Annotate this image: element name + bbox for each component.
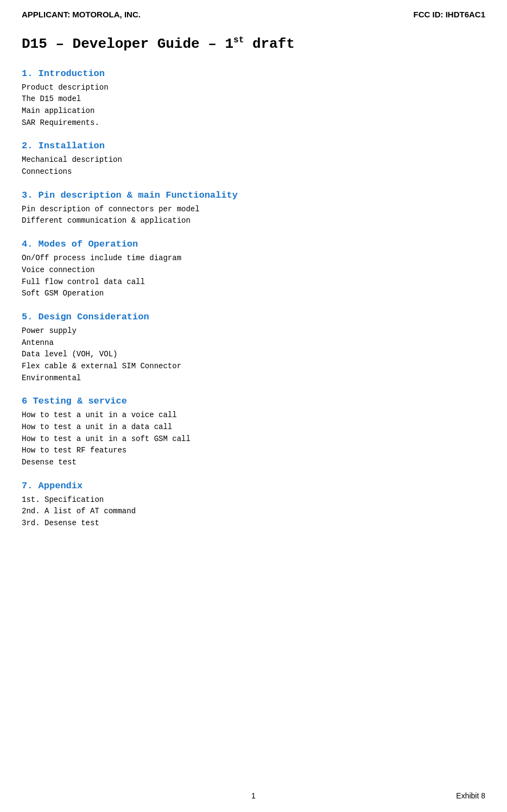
section-1-heading: 1. Introduction: [22, 68, 485, 79]
section-2: 2. InstallationMechanical descriptionCon…: [22, 141, 485, 178]
content-line: How to test a unit in a soft GSM call: [22, 433, 485, 445]
page-title: D15 – Developer Guide – 1st draft: [22, 35, 485, 52]
content-line: Product description: [22, 82, 485, 94]
section-6-content: How to test a unit in a voice callHow to…: [22, 410, 485, 468]
section-5: 5. Design ConsiderationPower supplyAnten…: [22, 312, 485, 384]
sections-container: 1. IntroductionProduct descriptionThe D1…: [22, 68, 485, 530]
section-3: 3. Pin description & main FunctionalityP…: [22, 190, 485, 227]
content-line: How to test a unit in a data call: [22, 421, 485, 433]
content-line: 1st. Specification: [22, 494, 485, 506]
content-line: Environmental: [22, 373, 485, 385]
content-line: Mechanical description: [22, 154, 485, 166]
content-line: Antenna: [22, 337, 485, 349]
content-line: How to test RF features: [22, 445, 485, 457]
content-line: Voice connection: [22, 265, 485, 276]
content-line: Flex cable & external SIM Connector: [22, 361, 485, 373]
section-4-content: On/Off process include time diagramVoice…: [22, 253, 485, 300]
content-line: 2nd. A list of AT command: [22, 506, 485, 518]
section-1: 1. IntroductionProduct descriptionThe D1…: [22, 68, 485, 129]
header-applicant: APPLICANT: MOTOROLA, INC.: [22, 10, 141, 19]
section-5-heading: 5. Design Consideration: [22, 312, 485, 322]
section-3-content: Pin description of connectors per modelD…: [22, 204, 485, 227]
content-line: Full flow control data call: [22, 276, 485, 288]
content-line: Connections: [22, 166, 485, 178]
content-line: Data level (VOH, VOL): [22, 349, 485, 361]
page-title-text: D15 – Developer Guide – 1st draft: [22, 36, 295, 52]
content-line: Power supply: [22, 325, 485, 337]
content-line: SAR Requirements.: [22, 117, 485, 129]
header: APPLICANT: MOTOROLA, INC. FCC ID: IHDT6A…: [22, 10, 485, 19]
content-line: Main application: [22, 105, 485, 117]
content-line: Different communication & application: [22, 215, 485, 227]
section-7-content: 1st. Specification2nd. A list of AT comm…: [22, 494, 485, 530]
content-line: 3rd. Desense test: [22, 518, 485, 530]
section-1-content: Product descriptionThe D15 modelMain app…: [22, 82, 485, 129]
section-6-heading: 6 Testing & service: [22, 396, 485, 406]
section-6: 6 Testing & serviceHow to test a unit in…: [22, 396, 485, 468]
exhibit-label: Exhibit 8: [456, 791, 485, 800]
section-2-content: Mechanical descriptionConnections: [22, 154, 485, 178]
content-line: On/Off process include time diagram: [22, 253, 485, 265]
section-4: 4. Modes of OperationOn/Off process incl…: [22, 239, 485, 300]
content-line: Soft GSM Operation: [22, 288, 485, 300]
content-line: Pin description of connectors per model: [22, 204, 485, 216]
section-7-heading: 7. Appendix: [22, 481, 485, 491]
section-4-heading: 4. Modes of Operation: [22, 239, 485, 249]
page-number: 1: [251, 791, 256, 800]
content-line: How to test a unit in a voice call: [22, 410, 485, 421]
content-line: The D15 model: [22, 93, 485, 105]
section-5-content: Power supplyAntennaData level (VOH, VOL)…: [22, 325, 485, 384]
section-2-heading: 2. Installation: [22, 141, 485, 151]
page-container: APPLICANT: MOTOROLA, INC. FCC ID: IHDT6A…: [0, 0, 507, 812]
section-3-heading: 3. Pin description & main Functionality: [22, 190, 485, 200]
header-fcc-id: FCC ID: IHDT6AC1: [413, 10, 485, 19]
content-line: Desense test: [22, 457, 485, 469]
section-7: 7. Appendix1st. Specification2nd. A list…: [22, 481, 485, 530]
